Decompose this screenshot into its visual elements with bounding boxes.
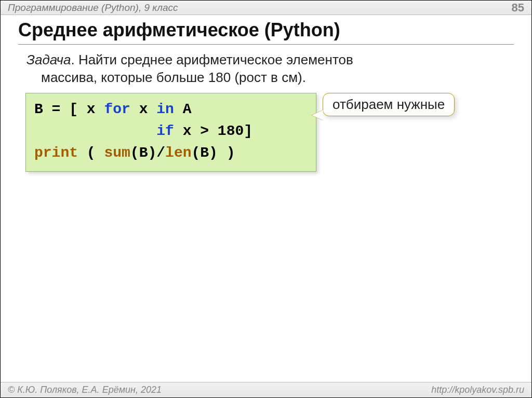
topbar-left: Программирование (Python), 9 класс: [8, 2, 178, 13]
footer-bar: © К.Ю. Поляков, Е.А. Ерёмин, 2021 http:/…: [1, 382, 531, 397]
kw-print: print: [34, 145, 78, 161]
slide: Программирование (Python), 9 класс 85 Ср…: [0, 0, 532, 398]
kw-len: len: [165, 145, 191, 161]
task-text: Задача. Найти среднее арифметическое эле…: [26, 51, 500, 87]
task-label: Задача: [26, 52, 71, 67]
kw-in: in: [156, 101, 174, 117]
footer-right: http://kpolyakov.spb.ru: [431, 385, 524, 395]
title-rule: [18, 44, 514, 45]
slide-title: Среднее арифметическое (Python): [18, 19, 340, 41]
kw-for: for: [104, 101, 130, 117]
callout-bubble: отбираем нужные: [323, 93, 455, 116]
code-block: B = [ x for x in A if x > 180] print ( s…: [25, 93, 316, 172]
kw-sum: sum: [104, 145, 130, 161]
task-line1: . Найти среднее арифметическое элементов: [71, 52, 353, 67]
page-number: 85: [512, 1, 524, 15]
footer-left: © К.Ю. Поляков, Е.А. Ерёмин, 2021: [8, 385, 162, 395]
task-line2: массива, которые больше 180 (рост в см).: [41, 69, 500, 87]
top-bar: Программирование (Python), 9 класс 85: [1, 1, 531, 15]
kw-if: if: [156, 123, 174, 139]
